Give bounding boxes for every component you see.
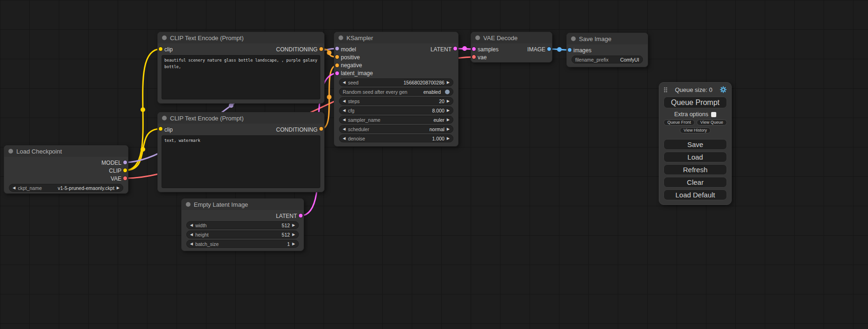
queue-prompt-button[interactable]: Queue Prompt — [663, 97, 727, 108]
input-label-vae: vae — [478, 54, 487, 61]
widget-denoise[interactable]: ◀ denoise 1.000 ▶ — [339, 134, 453, 142]
widget-label: seed — [348, 80, 359, 85]
node-save-image[interactable]: Save Image images filename_prefix ComfyU… — [566, 33, 648, 67]
collapse-dot-icon[interactable] — [571, 36, 576, 41]
settings-gear-icon[interactable] — [720, 86, 727, 93]
output-label-clip: CLIP — [109, 168, 121, 174]
widget-scheduler[interactable]: ◀ scheduler normal ▶ — [339, 125, 453, 133]
node-title: CLIP Text Encode (Prompt) — [170, 115, 244, 122]
widget-filename-prefix[interactable]: filename_prefix ComfyUI — [572, 56, 643, 63]
node-title-bar[interactable]: Save Image — [567, 33, 648, 44]
drag-handle-icon[interactable] — [663, 87, 668, 93]
node-title-bar[interactable]: Empty Latent Image — [182, 199, 303, 210]
increment-arrow-icon[interactable]: ▶ — [447, 127, 450, 131]
node-ksampler[interactable]: KSampler model LATENT positive negative … — [334, 32, 459, 147]
widget-label: sampler_name — [348, 117, 380, 123]
node-title-bar[interactable]: VAE Decode — [471, 32, 552, 43]
output-label-image: IMAGE — [527, 46, 545, 53]
view-history-button[interactable]: View History — [680, 127, 711, 133]
widget-value: 1.000 — [432, 136, 445, 141]
node-title: Save Image — [579, 35, 611, 42]
input-label-samples: samples — [478, 46, 499, 53]
collapse-dot-icon[interactable] — [339, 35, 343, 40]
queue-front-button[interactable]: Queue Front — [663, 119, 695, 126]
decrement-arrow-icon[interactable]: ◀ — [190, 233, 193, 237]
view-queue-button[interactable]: View Queue — [697, 119, 727, 126]
widget-random-seed-toggle[interactable]: Random seed after every gen enabled — [339, 88, 453, 96]
collapse-dot-icon[interactable] — [475, 35, 480, 40]
widget-height[interactable]: ◀ height 512 ▶ — [186, 231, 299, 238]
negative-prompt-textarea[interactable]: text, watermark — [162, 135, 320, 188]
node-empty-latent-image[interactable]: Empty Latent Image LATENT ◀ width 512 ▶ … — [181, 198, 304, 251]
widget-cfg[interactable]: ◀ cfg 8.000 ▶ — [339, 106, 453, 114]
widget-label: steps — [348, 98, 360, 104]
node-clip-text-encode-positive[interactable]: CLIP Text Encode (Prompt) clip CONDITION… — [157, 32, 325, 104]
widget-width[interactable]: ◀ width 512 ▶ — [186, 221, 299, 229]
widget-ckpt-name[interactable]: ◀ ckpt_name v1-5-pruned-emaonly.ckpt ▶ — [9, 184, 123, 192]
widget-value: 156680208700286 — [403, 80, 445, 85]
input-label-images: images — [573, 47, 592, 54]
widget-value: v1-5-pruned-emaonly.ckpt — [58, 185, 114, 191]
extra-options-checkbox[interactable] — [711, 112, 716, 117]
node-clip-text-encode-negative[interactable]: CLIP Text Encode (Prompt) clip CONDITION… — [157, 112, 325, 192]
node-load-checkpoint[interactable]: Load Checkpoint MODEL CLIP VAE ◀ ckpt_na… — [4, 145, 128, 194]
widget-label: width — [195, 223, 207, 228]
clear-button[interactable]: Clear — [663, 177, 727, 188]
decrement-arrow-icon[interactable]: ◀ — [343, 127, 346, 131]
decrement-arrow-icon[interactable]: ◀ — [190, 224, 193, 227]
positive-prompt-textarea[interactable]: beautiful scenery nature glass bottle la… — [162, 55, 320, 99]
decrement-arrow-icon[interactable]: ◀ — [13, 186, 15, 190]
node-title-bar[interactable]: KSampler — [334, 32, 458, 43]
input-label-negative: negative — [341, 62, 362, 69]
collapse-dot-icon[interactable] — [8, 149, 13, 154]
increment-arrow-icon[interactable]: ▶ — [447, 118, 450, 122]
widget-sampler-name[interactable]: ◀ sampler_name euler ▶ — [339, 116, 453, 124]
load-default-button[interactable]: Load Default — [663, 189, 727, 200]
increment-arrow-icon[interactable]: ▶ — [447, 99, 450, 103]
increment-arrow-icon[interactable]: ▶ — [117, 186, 120, 190]
extra-options-label: Extra options — [674, 111, 708, 118]
decrement-arrow-icon[interactable]: ◀ — [343, 99, 346, 103]
decrement-arrow-icon[interactable]: ◀ — [343, 137, 346, 140]
increment-arrow-icon[interactable]: ▶ — [292, 224, 295, 227]
widget-label: cfg — [348, 108, 354, 113]
node-title-bar[interactable]: CLIP Text Encode (Prompt) — [158, 32, 324, 43]
collapse-dot-icon[interactable] — [186, 202, 191, 207]
widget-batch-size[interactable]: ◀ batch_size 1 ▶ — [186, 240, 299, 248]
widget-value: ComfyUI — [620, 57, 639, 63]
widget-value: 512 — [282, 232, 290, 238]
increment-arrow-icon[interactable]: ▶ — [447, 137, 450, 140]
collapse-dot-icon[interactable] — [162, 35, 167, 40]
increment-arrow-icon[interactable]: ▶ — [447, 81, 450, 84]
widget-steps[interactable]: ◀ steps 20 ▶ — [339, 97, 453, 105]
widget-seed[interactable]: ◀ seed 156680208700286 ▶ — [339, 78, 453, 86]
widget-label: Random seed after every gen — [343, 89, 407, 95]
decrement-arrow-icon[interactable]: ◀ — [343, 109, 346, 112]
collapse-dot-icon[interactable] — [162, 116, 167, 120]
toggle-on-indicator[interactable] — [445, 90, 450, 94]
node-title-bar[interactable]: CLIP Text Encode (Prompt) — [158, 112, 324, 124]
output-label-conditioning: CONDITIONING — [276, 126, 318, 133]
decrement-arrow-icon[interactable]: ◀ — [190, 242, 193, 246]
widget-label: denoise — [348, 136, 365, 141]
load-button[interactable]: Load — [663, 152, 727, 162]
increment-arrow-icon[interactable]: ▶ — [447, 109, 450, 112]
node-title-bar[interactable]: Load Checkpoint — [4, 146, 128, 157]
output-label-conditioning: CONDITIONING — [276, 46, 318, 53]
widget-value: enabled — [423, 89, 441, 95]
refresh-button[interactable]: Refresh — [663, 164, 727, 175]
decrement-arrow-icon[interactable]: ◀ — [343, 81, 346, 84]
widget-value: 1 — [287, 241, 290, 247]
decrement-arrow-icon[interactable]: ◀ — [343, 118, 346, 122]
queue-size-label: Queue size: 0 — [675, 86, 712, 93]
increment-arrow-icon[interactable]: ▶ — [292, 233, 295, 237]
widget-label: filename_prefix — [575, 57, 608, 63]
increment-arrow-icon[interactable]: ▶ — [292, 242, 295, 246]
save-button[interactable]: Save — [663, 139, 727, 150]
node-title: VAE Decode — [483, 35, 517, 42]
queue-menu-panel: Queue size: 0 Queue Prompt Extra options… — [659, 82, 732, 205]
node-title: Load Checkpoint — [16, 148, 62, 155]
node-vae-decode[interactable]: VAE Decode samples IMAGE vae — [471, 32, 552, 63]
widget-label: scheduler — [348, 126, 369, 132]
widget-value: normal — [430, 126, 445, 132]
